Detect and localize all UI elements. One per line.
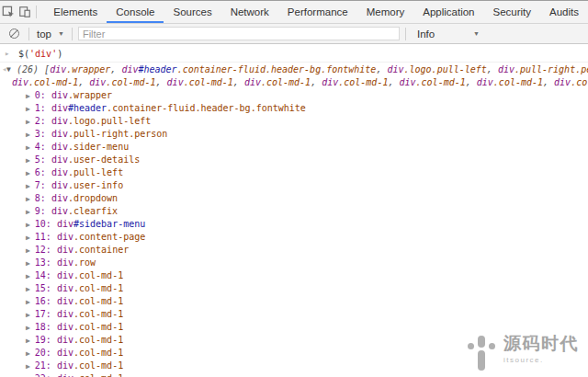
tab-audits[interactable]: Audits xyxy=(540,1,588,23)
entry-index: 10: xyxy=(35,219,57,229)
separator xyxy=(72,28,73,40)
console-toolbar: top ▼ Info ▼ xyxy=(0,24,588,44)
entry-index: 0: xyxy=(35,90,51,100)
entry-index: 5: xyxy=(35,154,51,165)
log-level-label: Info xyxy=(417,29,435,40)
entry-index: 6: xyxy=(35,167,51,177)
expand-triangle-icon[interactable]: ▶ xyxy=(26,143,30,152)
array-entry[interactable]: ▶22: div.col-md-1 xyxy=(0,372,588,377)
tab-elements[interactable]: Elements xyxy=(44,1,107,23)
expand-triangle-icon[interactable]: ▶ xyxy=(26,234,30,242)
panel-tabs: ElementsConsoleSourcesNetworkPerformance… xyxy=(44,1,588,23)
expand-triangle-icon[interactable]: ▶ xyxy=(26,337,30,345)
tab-memory[interactable]: Memory xyxy=(357,1,414,23)
collapse-triangle-icon[interactable]: ▼ xyxy=(6,63,11,76)
expand-triangle-icon[interactable]: ▶ xyxy=(26,272,30,280)
tab-application[interactable]: Application xyxy=(413,1,483,23)
array-entry[interactable]: ▶20: div.col-md-1 xyxy=(0,347,588,360)
array-entry[interactable]: ▶16: div.col-md-1 xyxy=(0,295,588,308)
array-entry[interactable]: ▶4: div.sider-menu xyxy=(0,141,588,154)
array-entry[interactable]: ▶7: div.user-info xyxy=(0,179,588,192)
tab-performance[interactable]: Performance xyxy=(278,1,357,23)
entry-index: 11: xyxy=(35,232,57,242)
array-entry[interactable]: ▶8: div.dropdown xyxy=(0,192,588,205)
tab-console[interactable]: Console xyxy=(107,1,164,23)
array-entry[interactable]: ▶12: div.container xyxy=(0,244,588,257)
expand-triangle-icon[interactable]: ▶ xyxy=(26,92,30,100)
array-entry[interactable]: ▶18: div.col-md-1 xyxy=(0,321,588,334)
context-label: top xyxy=(37,29,51,40)
entry-index: 22: xyxy=(35,373,57,377)
entry-index: 14: xyxy=(35,270,57,280)
array-entry[interactable]: ▶15: div.col-md-1 xyxy=(0,282,588,295)
array-entry[interactable]: ▶1: div#header.container-fluid.header-bg… xyxy=(0,102,588,115)
tab-security[interactable]: Security xyxy=(484,1,541,23)
expand-triangle-icon[interactable]: ▶ xyxy=(26,221,30,229)
entry-index: 2: xyxy=(35,116,51,126)
execution-context-dropdown[interactable]: top ▼ xyxy=(35,29,66,40)
array-preview-line-2: div.col-md-1, div.col-md-1, div.col-md-1… xyxy=(0,76,588,89)
inspect-element-icon[interactable] xyxy=(0,1,17,23)
expand-triangle-icon[interactable]: ▶ xyxy=(26,169,30,177)
expand-triangle-icon[interactable]: ▶ xyxy=(26,195,30,203)
entry-index: 7: xyxy=(35,180,51,190)
expand-triangle-icon[interactable]: ▶ xyxy=(26,208,30,216)
array-entry[interactable]: ▶5: div.user-details xyxy=(0,154,588,166)
array-entry[interactable]: ▶0: div.wrapper xyxy=(0,89,588,102)
console-messages: ▸ $('div') ◂· ▼ (26) [div.wrapper, div#h… xyxy=(0,45,588,377)
devtools-tab-bar: ElementsConsoleSourcesNetworkPerformance… xyxy=(0,0,588,24)
expand-triangle-icon[interactable]: ▶ xyxy=(26,246,30,255)
expand-triangle-icon[interactable]: ▶ xyxy=(26,298,30,306)
log-level-dropdown[interactable]: Info ▼ xyxy=(415,29,481,40)
expand-triangle-icon[interactable]: ▶ xyxy=(26,349,30,358)
clear-console-icon[interactable] xyxy=(9,29,19,39)
device-toolbar-icon[interactable] xyxy=(17,1,33,23)
expand-triangle-icon[interactable]: ▶ xyxy=(26,362,30,371)
entry-index: 16: xyxy=(35,296,57,306)
console-result: ◂· ▼ (26) [div.wrapper, div#header.conta… xyxy=(0,63,588,377)
array-entry[interactable]: ▶11: div.content-page xyxy=(0,231,588,244)
expand-triangle-icon[interactable]: ▶ xyxy=(26,156,30,165)
array-entry[interactable]: ▶19: div.col-md-1 xyxy=(0,334,588,347)
array-entry[interactable]: ▶14: div.col-md-1 xyxy=(0,269,588,282)
chevron-down-icon: ▼ xyxy=(58,30,64,37)
array-entry[interactable]: ▶13: div.row xyxy=(0,257,588,269)
expand-triangle-icon[interactable]: ▶ xyxy=(26,324,30,332)
separator xyxy=(405,28,406,40)
separator xyxy=(28,28,29,40)
entry-index: 4: xyxy=(35,142,51,152)
entry-index: 15: xyxy=(35,283,57,293)
expand-triangle-icon[interactable]: ▶ xyxy=(26,118,30,126)
expand-triangle-icon[interactable]: ▶ xyxy=(26,285,30,293)
console-command: ▸ $('div') xyxy=(0,45,588,63)
array-entry[interactable]: ▶6: div.pull-left xyxy=(0,166,588,179)
array-entry[interactable]: ▶3: div.pull-right.person xyxy=(0,128,588,141)
entry-index: 8: xyxy=(35,193,51,203)
array-entry[interactable]: ▶2: div.logo.pull-left xyxy=(0,115,588,128)
filter-input[interactable] xyxy=(78,27,400,40)
expand-triangle-icon[interactable]: ▶ xyxy=(26,182,30,190)
entry-index: 17: xyxy=(35,309,57,319)
array-entry[interactable]: ▶21: div.col-md-1 xyxy=(0,360,588,372)
expand-triangle-icon[interactable]: ▶ xyxy=(26,311,30,319)
expand-triangle-icon[interactable]: ▶ xyxy=(26,259,30,268)
entry-index: 9: xyxy=(35,206,51,216)
chevron-down-icon: ▼ xyxy=(473,30,480,37)
array-entry[interactable]: ▶9: div.clearfix xyxy=(0,205,588,218)
array-preview-line-1: ▼ (26) [div.wrapper, div#header.containe… xyxy=(0,63,588,76)
tab-network[interactable]: Network xyxy=(221,1,278,23)
entry-index: 20: xyxy=(35,348,57,358)
command-code: $('div') xyxy=(18,49,62,59)
entry-index: 3: xyxy=(35,129,51,139)
entry-index: 1: xyxy=(35,103,51,113)
expand-triangle-icon[interactable]: ▶ xyxy=(26,131,30,139)
entry-index: 19: xyxy=(35,335,57,345)
array-entries: ▶0: div.wrapper▶1: div#header.container-… xyxy=(0,89,588,377)
entry-index: 21: xyxy=(35,360,57,371)
array-entry[interactable]: ▶17: div.col-md-1 xyxy=(0,308,588,321)
separator xyxy=(36,6,37,18)
array-entry[interactable]: ▶10: div#sidebar-menu xyxy=(0,218,588,231)
expand-triangle-icon[interactable]: ▶ xyxy=(26,105,30,113)
entry-index: 13: xyxy=(35,257,57,268)
tab-sources[interactable]: Sources xyxy=(164,1,220,23)
